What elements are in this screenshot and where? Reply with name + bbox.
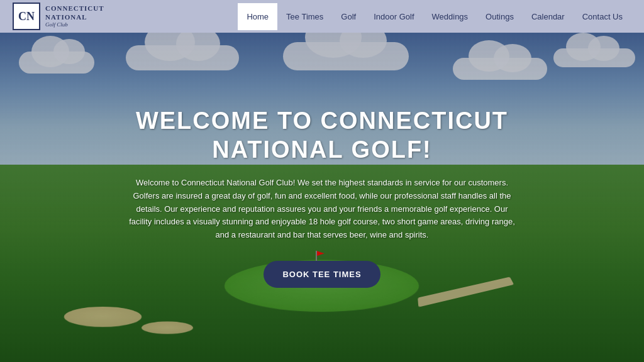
nav-link-weddings[interactable]: Weddings [423,3,477,30]
nav-item-indoorgolf[interactable]: Indoor Golf [365,3,423,30]
nav-link-contact[interactable]: Contact Us [574,3,631,30]
logo-line1: CONNECTICUT [45,4,104,13]
hero-title: WELCOME TO CONNECTICUT NATIONAL GOLF! [133,107,511,164]
nav-item-calendar[interactable]: Calendar [523,3,574,30]
hero-description: Welcome to Connecticut National Golf Clu… [127,177,517,242]
nav-item-weddings[interactable]: Weddings [423,3,477,30]
nav-item-outings[interactable]: Outings [477,3,523,30]
hero-section: WELCOME TO CONNECTICUT NATIONAL GOLF! We… [0,33,644,362]
logo-initials: CN [18,11,35,22]
nav-item-home[interactable]: Home [238,3,277,30]
logo-line2: NATIONAL [45,13,104,21]
logo-box: CN [13,3,40,30]
logo-text: CONNECTICUT NATIONAL Golf Club [45,4,104,28]
nav-link-home[interactable]: Home [238,3,277,30]
logo-line3: Golf Club [45,21,104,28]
nav-link-indoorgolf[interactable]: Indoor Golf [365,3,423,30]
nav-links: Home Tee Times Golf Indoor Golf Weddings… [238,3,631,30]
hero-content: WELCOME TO CONNECTICUT NATIONAL GOLF! We… [0,33,644,362]
logo-area: CN CONNECTICUT NATIONAL Golf Club [13,3,104,30]
book-tee-times-button[interactable]: BOOK TEE TIMES [264,261,380,288]
nav-item-teetimes[interactable]: Tee Times [277,3,332,30]
nav-item-contact[interactable]: Contact Us [574,3,631,30]
navbar: CN CONNECTICUT NATIONAL Golf Club Home T… [0,0,644,33]
nav-link-golf[interactable]: Golf [332,3,365,30]
nav-link-calendar[interactable]: Calendar [523,3,574,30]
nav-item-golf[interactable]: Golf [332,3,365,30]
nav-link-teetimes[interactable]: Tee Times [277,3,332,30]
nav-link-outings[interactable]: Outings [477,3,523,30]
